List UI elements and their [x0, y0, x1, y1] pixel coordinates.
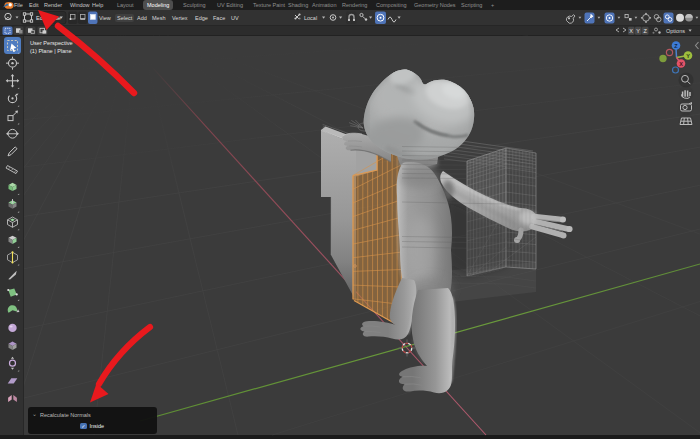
- svg-text:Options: Options: [666, 28, 685, 34]
- svg-text:X: X: [679, 61, 683, 67]
- svg-text:Y: Y: [686, 53, 690, 59]
- svg-text:User Perspective: User Perspective: [30, 40, 73, 46]
- svg-text:X: X: [629, 28, 633, 34]
- svg-text:(1) Plane | Plane: (1) Plane | Plane: [30, 48, 72, 54]
- svg-text:Local: Local: [304, 15, 317, 21]
- svg-text:Y: Y: [636, 28, 640, 34]
